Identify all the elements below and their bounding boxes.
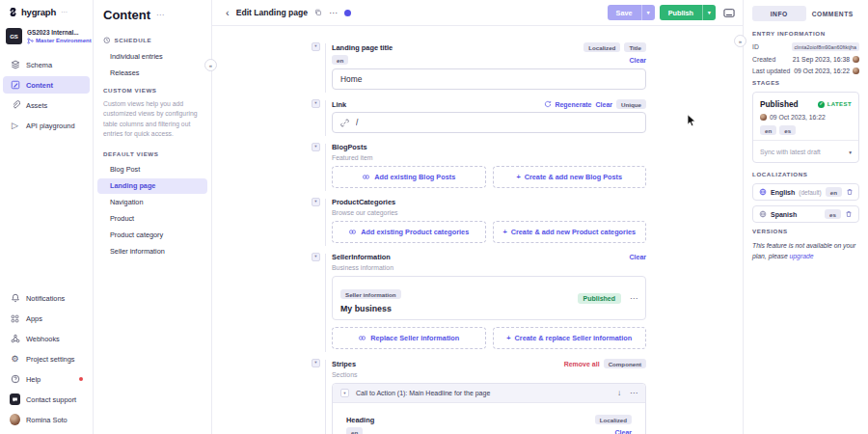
logo-row: hygraph ⋯: [0, 7, 93, 28]
sidebar-item-notifications[interactable]: Notifications: [3, 289, 90, 307]
regenerate-button[interactable]: Regenerate: [544, 100, 591, 108]
latest-badge: ✓ LATEST: [818, 101, 852, 108]
sidebar-item-schema[interactable]: Schema: [3, 56, 90, 73]
api-playground-icon: ▷: [10, 122, 20, 130]
entry-more-icon[interactable]: ⋯: [329, 8, 338, 17]
add-existing-product-categories-button[interactable]: Add existing Product categories: [332, 221, 486, 243]
title-input[interactable]: [340, 74, 637, 84]
stage-locale-en[interactable]: en: [760, 125, 776, 135]
entry-id-value[interactable]: clmta2oiof8m90an60ftktjha: [792, 42, 859, 51]
back-button[interactable]: ‹: [226, 8, 230, 18]
views-more-icon[interactable]: ⋯: [156, 11, 164, 19]
seller-information-card[interactable]: Seller information My business Published…: [332, 276, 646, 320]
create-add-blog-posts-button[interactable]: + Create & add new Blog Posts: [493, 166, 647, 188]
sidebar-item-label: Content: [26, 81, 53, 90]
field-label: Heading: [346, 416, 374, 424]
locale-tab-en[interactable]: en: [346, 427, 363, 434]
expand-info-panel-button[interactable]: »: [734, 35, 746, 47]
tab-info[interactable]: INFO: [752, 6, 806, 21]
create-replace-seller-information-button[interactable]: + Create & replace Seller information: [493, 327, 647, 349]
info-panel-tabs: INFO COMMENTS: [752, 6, 859, 21]
locale-code-badge: en: [826, 187, 842, 197]
field-collapse-toggle[interactable]: ▾: [312, 198, 320, 206]
stage-locale-es[interactable]: es: [779, 125, 796, 135]
clear-button[interactable]: Clear: [629, 57, 646, 64]
unique-badge: Unique: [616, 99, 646, 109]
card-more-icon[interactable]: ⋯: [630, 294, 637, 303]
locale-code-badge: es: [825, 209, 841, 219]
publish-button[interactable]: Publish: [660, 5, 702, 20]
sidebar-item-contact-support[interactable]: Contact support: [3, 391, 90, 408]
field-label: BlogPosts: [332, 143, 367, 151]
workspace-avatar: GS: [6, 28, 22, 44]
trash-icon[interactable]: [845, 210, 853, 218]
sync-with-latest-draft-select[interactable]: Sync with latest draft ▾: [760, 146, 852, 157]
view-item-landing-page[interactable]: Landing page: [97, 178, 207, 194]
collapse-views-panel-button[interactable]: «: [204, 59, 217, 71]
save-caret-icon[interactable]: ▾: [641, 5, 655, 20]
localization-spanish[interactable]: Spanish es: [752, 205, 859, 223]
locale-tab-en[interactable]: en: [332, 55, 348, 65]
localization-english[interactable]: English (default) en: [752, 183, 859, 201]
sidebar-item-api-playground[interactable]: ▷ API playground: [3, 117, 90, 134]
component-collapse-toggle[interactable]: ▾: [340, 389, 349, 397]
component-more-icon[interactable]: ⋯: [630, 389, 637, 397]
view-item-product-category[interactable]: Product category: [97, 228, 207, 243]
remove-all-button[interactable]: Remove all: [564, 361, 600, 367]
copy-id-icon[interactable]: [314, 9, 322, 16]
field-collapse-toggle[interactable]: ▾: [312, 99, 320, 108]
tab-comments[interactable]: COMMENTS: [806, 6, 860, 21]
workspace-name: GS2023 Internal...: [27, 29, 91, 36]
secondary-nav: Notifications Apps Webhooks ⚙ Project se…: [0, 289, 93, 428]
clear-button[interactable]: Clear: [596, 101, 613, 108]
workspace-switcher[interactable]: GS GS2023 Internal... Master Environment: [0, 28, 93, 56]
sidebar-item-label: Assets: [26, 101, 47, 110]
sidebar-item-project-settings[interactable]: ⚙ Project settings: [3, 350, 90, 367]
sidebar-item-label: API playground: [26, 122, 75, 130]
save-button[interactable]: Save: [608, 5, 641, 20]
trash-icon[interactable]: [846, 188, 854, 196]
view-item-seller-information[interactable]: Seller information: [97, 244, 207, 259]
entry-updated-row: Last updated 09 Oct 2023, 16:22: [752, 68, 859, 74]
preview-panel-icon[interactable]: [723, 8, 735, 18]
views-panel: Content ⋯ SCHEDULE Individual entries Re…: [94, 0, 212, 434]
field-label: ProductCategories: [332, 198, 395, 206]
view-item-product[interactable]: Product: [97, 211, 207, 227]
field-collapse-toggle[interactable]: ▾: [312, 42, 320, 51]
stages-header: STAGES: [752, 79, 859, 86]
clear-button[interactable]: Clear: [629, 254, 646, 260]
field-collapse-toggle[interactable]: ▾: [312, 253, 320, 261]
field-seller-information: ▾ SellerInformation Clear Business infor…: [332, 253, 646, 349]
entry-status-dot: [344, 10, 351, 16]
upgrade-link[interactable]: upgrade: [790, 253, 814, 259]
sidebar-item-assets[interactable]: Assets: [3, 96, 90, 114]
apps-grid-icon: [10, 314, 20, 323]
view-item-blog-post[interactable]: Blog Post: [97, 162, 207, 177]
field-description: Business information: [332, 264, 646, 271]
replace-seller-information-button[interactable]: Replace Seller information: [332, 327, 486, 349]
environment-link[interactable]: Master Environment: [27, 38, 92, 44]
clear-button[interactable]: Clear: [614, 429, 632, 434]
view-item-releases[interactable]: Releases: [97, 66, 207, 81]
view-item-individual-entries[interactable]: Individual entries: [97, 49, 207, 65]
field-collapse-toggle[interactable]: ▾: [312, 359, 320, 367]
workspace-more-icon[interactable]: ⋯: [61, 9, 68, 16]
webhooks-icon: [10, 334, 20, 343]
sidebar-item-user-profile[interactable]: Romina Soto: [3, 411, 90, 428]
create-add-product-categories-button[interactable]: + Create & add new Product categories: [493, 221, 647, 243]
sidebar-item-content[interactable]: Content: [3, 76, 90, 94]
add-existing-blog-posts-button[interactable]: Add existing Blog Posts: [332, 166, 486, 188]
sidebar-item-apps[interactable]: Apps: [3, 310, 90, 327]
views-panel-title: Content: [103, 8, 150, 22]
clock-icon: [103, 37, 111, 44]
sidebar-item-help[interactable]: Help: [3, 370, 90, 388]
sidebar-item-webhooks[interactable]: Webhooks: [3, 330, 90, 347]
link-input[interactable]: [356, 118, 637, 127]
publish-caret-icon[interactable]: ▾: [702, 5, 716, 20]
move-down-icon[interactable]: ↓: [617, 389, 621, 397]
field-label: Stripes: [332, 360, 356, 368]
field-collapse-toggle[interactable]: ▾: [312, 143, 320, 151]
component-header[interactable]: ▾ Call to Action (1): Main Headline for …: [333, 384, 645, 403]
view-item-navigation[interactable]: Navigation: [97, 195, 207, 210]
stage-name: Published: [760, 99, 799, 109]
